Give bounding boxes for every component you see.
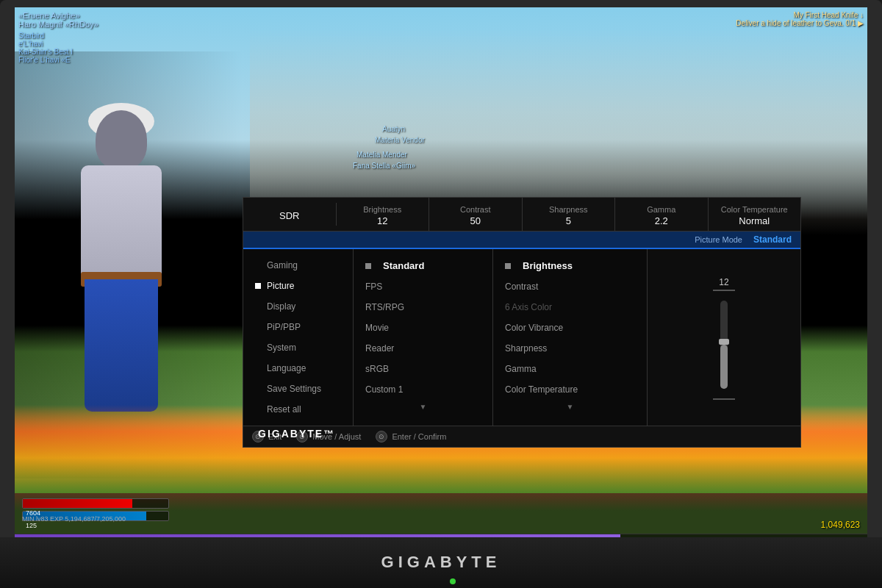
menu-dot-gaming [255, 262, 261, 268]
slider-fill [720, 345, 728, 389]
npc-label-mender: Matelia Mender [356, 151, 407, 159]
slider-line-top [713, 290, 735, 291]
picture-mode-label: Picture Mode [695, 235, 742, 244]
menu-dot-system [255, 345, 261, 351]
menu-item-gaming[interactable]: Gaming [243, 255, 353, 276]
location-label-2: e'L'havi [18, 40, 98, 48]
slider-value-display: 12 [719, 277, 728, 287]
monitor-bottom-bezel: GIGABYTE [0, 537, 882, 588]
screen: «Eruene Avighe» Haro Magnif «RhDoy» Star… [15, 7, 867, 537]
location-label-1: Starbird [18, 32, 98, 40]
monitor-bezel: «Eruene Avighe» Haro Magnif «RhDoy» Star… [0, 0, 882, 588]
menu-dot-picture [255, 283, 261, 289]
osd-slider-panel: 12 [648, 249, 800, 426]
osd-sub-menu: Standard FPS RTS/RPG Movie Reader sRGB C… [354, 249, 493, 426]
npc-label-vendor: Materia Vendor [375, 136, 425, 144]
osd-tab-brightness[interactable]: Brightness 12 [337, 198, 430, 231]
osd-left-menu: Gaming Picture Display PiP/PBP [243, 249, 354, 426]
setting-color-temp[interactable]: Color Temperature [493, 379, 647, 400]
picture-mode-bar: Picture Mode Standard [243, 232, 800, 249]
hp-value: 7604 [23, 508, 40, 509]
menu-dot-display [255, 304, 261, 309]
setting-contrast[interactable]: Contrast [493, 276, 647, 297]
submenu-fps[interactable]: FPS [354, 276, 492, 297]
hint-confirm: ⊙ Enter / Confirm [376, 431, 446, 442]
location-label-4: Flior'e L'havi «E [18, 56, 98, 64]
osd-top-bar: SDR Brightness 12 Contrast 50 Sharpness … [243, 198, 800, 232]
quest-desc: Deliver a hide of leather to Geva. 0/1 ▶ [736, 19, 864, 27]
character-name-label: «Eruene Avighe» [18, 11, 98, 20]
picture-mode-value: Standard [753, 234, 792, 245]
osd-overlay: SDR Brightness 12 Contrast 50 Sharpness … [243, 197, 801, 448]
right-panel-header: Brightness [493, 255, 647, 276]
game-ui-top-left: «Eruene Avighe» Haro Magnif «RhDoy» Star… [18, 11, 98, 64]
char-legs [85, 279, 158, 412]
char-head [96, 110, 147, 169]
osd-gigabyte-logo: GIGABYTE™ [258, 428, 335, 440]
osd-tab-sharpness[interactable]: Sharpness 5 [523, 198, 616, 231]
submenu-srgb[interactable]: sRGB [354, 359, 492, 379]
slider-track[interactable] [720, 301, 728, 389]
location-label-3: Kai-Shirr's Best I [18, 48, 98, 56]
exp-label: MIN lv83 EXP 5,194,687/7,205,000 [22, 515, 126, 523]
osd-tab-sdr[interactable]: SDR [243, 203, 337, 226]
hp-fill [23, 499, 132, 508]
menu-item-pip[interactable]: PiP/PBP [243, 317, 353, 337]
hint-confirm-label: Enter / Confirm [392, 432, 446, 441]
setting-6axis[interactable]: 6 Axis Color [493, 297, 647, 318]
character-figure [37, 110, 220, 448]
menu-item-save[interactable]: Save Settings [243, 379, 353, 399]
npc-label-auatyn: Auatyn [382, 125, 405, 133]
npc-label-fana: Fana Stella «Giim» [353, 162, 415, 170]
submenu-rts[interactable]: RTS/RPG [354, 297, 492, 318]
party-member-label: Haro Magnif «RhDoy» [18, 20, 98, 29]
menu-dot-save [255, 386, 261, 392]
power-indicator-light [450, 578, 456, 584]
sub-scroll-indicator: ▼ [354, 400, 492, 414]
osd-tab-color-temp[interactable]: Color Temperature Normal [709, 198, 801, 231]
menu-item-language[interactable]: Language [243, 358, 353, 379]
submenu-custom1[interactable]: Custom 1 [354, 379, 492, 400]
char-body [81, 165, 162, 283]
monitor-brand: GIGABYTE [381, 553, 501, 572]
setting-gamma[interactable]: Gamma [493, 359, 647, 379]
menu-item-picture[interactable]: Picture [243, 276, 353, 296]
osd-tab-gamma[interactable]: Gamma 2.2 [615, 198, 709, 231]
game-ui-top-right: My First Head Knife ↓ Deliver a hide of … [736, 11, 864, 27]
menu-dot-language [255, 365, 261, 371]
sub-menu-dot [365, 263, 371, 269]
menu-dot-reset [255, 406, 261, 412]
menu-item-display[interactable]: Display [243, 296, 353, 317]
quest-name: My First Head Knife ↓ [736, 11, 864, 19]
submenu-reader[interactable]: Reader [354, 338, 492, 359]
hp-bar: 7604 [22, 498, 169, 509]
slider-thumb[interactable] [719, 339, 729, 345]
confirm-icon: ⊙ [376, 431, 387, 442]
osd-content: Gaming Picture Display PiP/PBP [243, 249, 800, 426]
game-ui-bottom: 7604 125 [15, 486, 867, 534]
setting-color-vibrance[interactable]: Color Vibrance [493, 318, 647, 338]
menu-dot-pip [255, 324, 261, 330]
osd-right-panel: Brightness Contrast 6 Axis Color Color V… [493, 249, 648, 426]
right-header-dot [505, 263, 511, 269]
coin-display: 1,049,623 [821, 520, 860, 530]
submenu-movie[interactable]: Movie [354, 318, 492, 338]
sub-menu-header: Standard [354, 255, 492, 276]
osd-tab-contrast[interactable]: Contrast 50 [429, 198, 523, 231]
menu-item-reset[interactable]: Reset all [243, 399, 353, 420]
right-scroll-indicator: ▼ [493, 400, 647, 414]
slider-line-bottom [713, 398, 735, 400]
menu-item-system[interactable]: System [243, 337, 353, 358]
setting-sharpness[interactable]: Sharpness [493, 338, 647, 359]
